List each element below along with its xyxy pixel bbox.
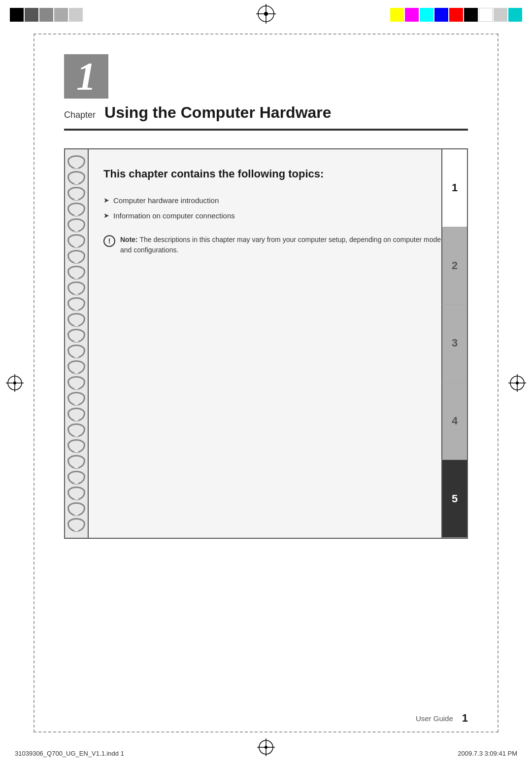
chapter-tab-2: 2	[441, 227, 467, 305]
gray3-bar	[54, 8, 68, 22]
blue-bar	[434, 8, 448, 22]
spiral-ring	[67, 392, 85, 406]
topic-text-1: Computer hardware introduction	[113, 195, 219, 206]
chapter-number: 1	[76, 57, 96, 96]
spiral-ring	[67, 471, 85, 485]
gray5-bar	[494, 8, 507, 22]
spiral-ring	[67, 155, 85, 169]
spiral-ring	[67, 455, 85, 469]
chapter-tab-5: 5	[441, 460, 467, 538]
chapter-title: Using the Computer Hardware	[104, 104, 332, 122]
chapter-tab-1: 1	[441, 149, 467, 227]
spiral-ring	[67, 297, 85, 311]
gray4-bar	[69, 8, 83, 22]
spiral-ring	[67, 423, 85, 437]
bottom-info-right: 2009.7.3 3:09:41 PM	[458, 750, 517, 757]
color-bars-left	[10, 8, 83, 22]
spiral-ring	[67, 234, 85, 248]
tab-number-3: 3	[452, 337, 458, 349]
tab-number-2: 2	[452, 259, 458, 272]
note-body: The descriptions in this chapter may var…	[120, 236, 446, 254]
svg-point-3	[264, 12, 268, 16]
print-marks-top	[0, 0, 532, 30]
yellow-bar	[390, 8, 404, 22]
tab-number-1: 1	[452, 181, 458, 194]
spiral-ring	[67, 329, 85, 343]
spiral-ring	[67, 376, 85, 390]
spiral-ring	[67, 502, 85, 516]
notebook-content: This chapter contains the following topi…	[89, 149, 467, 538]
bottom-info-left: 31039306_Q700_UG_EN_V1.1.indd 1	[15, 750, 124, 757]
black2-bar	[464, 8, 478, 22]
svg-point-7	[13, 382, 16, 384]
chapter-tabs: 1 2 3 4 5	[441, 149, 467, 538]
footer-page-number: 1	[462, 712, 468, 725]
registration-mark-left	[6, 374, 24, 392]
spiral-ring	[67, 281, 85, 295]
spiral-ring	[67, 250, 85, 264]
topic-list: ➤ Computer hardware introduction ➤ Infor…	[103, 195, 457, 221]
gray1-bar	[25, 8, 38, 22]
spiral-ring	[67, 360, 85, 374]
spiral-ring	[67, 203, 85, 216]
spiral-ring	[67, 345, 85, 358]
spiral-ring	[67, 266, 85, 279]
note-label: Note:	[120, 236, 138, 244]
spiral-ring	[67, 313, 85, 327]
spiral-ring	[67, 408, 85, 421]
notebook-intro-heading: This chapter contains the following topi…	[103, 167, 457, 181]
chapter-header: 1 Chapter Using the Computer Hardware	[34, 35, 498, 122]
tab-number-4: 4	[452, 415, 458, 427]
chapter-number-block: 1	[64, 54, 108, 99]
chapter-label: Chapter	[64, 110, 96, 120]
topic-item-1: ➤ Computer hardware introduction	[103, 195, 457, 206]
tab-number-5: 5	[452, 492, 458, 505]
footer-label: User Guide	[416, 714, 453, 723]
chapter-title-row: Chapter Using the Computer Hardware	[64, 104, 468, 122]
topic-text-2: Information on computer connections	[113, 210, 235, 221]
page-area: 1 Chapter Using the Computer Hardware	[33, 34, 499, 732]
white-bar	[479, 8, 493, 22]
magenta-bar	[405, 8, 419, 22]
spiral-ring	[67, 187, 85, 201]
spiral-ring	[67, 171, 85, 185]
cyan-bar	[420, 8, 433, 22]
page-footer: User Guide 1	[64, 712, 468, 725]
note-text: Note: The descriptions in this chapter m…	[120, 235, 457, 255]
color-bars-right	[390, 8, 522, 22]
registration-mark-right	[508, 374, 526, 392]
spiral-binding	[65, 149, 89, 538]
spiral-ring	[67, 518, 85, 532]
svg-point-15	[265, 746, 267, 749]
print-info-bottom: 31039306_Q700_UG_EN_V1.1.indd 1 2009.7.3…	[0, 750, 532, 757]
gray2-bar	[39, 8, 53, 22]
note-block: ! Note: The descriptions in this chapter…	[103, 235, 457, 255]
red-bar	[449, 8, 463, 22]
topic-arrow-1: ➤	[103, 196, 109, 206]
black-bar	[10, 8, 24, 22]
spiral-ring	[67, 439, 85, 453]
notebook-area: This chapter contains the following topi…	[64, 148, 468, 539]
spiral-ring	[67, 487, 85, 500]
spiral-ring	[67, 218, 85, 232]
topic-item-2: ➤ Information on computer connections	[103, 210, 457, 221]
chapter-tab-3: 3	[441, 305, 467, 383]
teal-bar	[508, 8, 522, 22]
topic-arrow-2: ➤	[103, 211, 109, 221]
note-icon: !	[103, 235, 115, 247]
chapter-divider	[64, 129, 468, 131]
svg-point-11	[516, 382, 519, 384]
registration-mark-top	[256, 4, 276, 24]
chapter-tab-4: 4	[441, 383, 467, 460]
